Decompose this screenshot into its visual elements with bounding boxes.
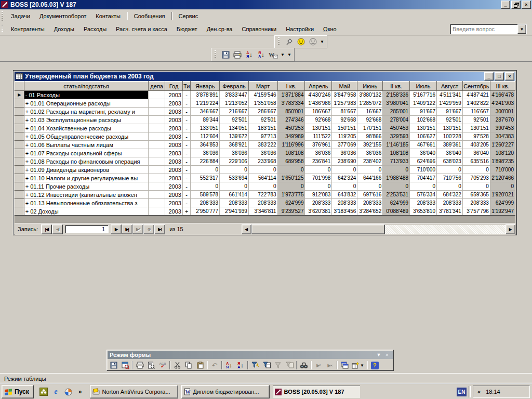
cell-article[interactable]: + 01.06 Выплаты частным лицам: [24, 141, 149, 149]
cell-value[interactable]: 236'841: [305, 157, 332, 166]
cell-type[interactable]: -: [182, 157, 190, 166]
cell-value[interactable]: 0: [220, 166, 249, 174]
cell-value[interactable]: 36'036: [305, 149, 332, 157]
cell-value[interactable]: 710'000: [410, 166, 437, 174]
cell-value[interactable]: 0: [277, 182, 305, 191]
sort-descending-button[interactable]: ЯА↓: [256, 49, 267, 60]
toolbar-grip[interactable]: [278, 37, 280, 46]
cell-dept[interactable]: [149, 157, 165, 166]
cell-article[interactable]: + 01.04 Хозяйственные расходы: [24, 124, 149, 132]
pin-button[interactable]: [283, 37, 295, 47]
cell-value[interactable]: 0: [436, 182, 462, 191]
cell-value[interactable]: 3'980'041: [383, 99, 410, 108]
cell-value[interactable]: 912'083: [305, 191, 332, 199]
cell-value[interactable]: 368'921: [220, 141, 249, 149]
cell-value[interactable]: 81'667: [332, 108, 357, 116]
cell-value[interactable]: 1'402'822: [462, 99, 490, 108]
cell-value[interactable]: 116'667: [462, 108, 490, 116]
column-header-3[interactable]: Ти: [182, 82, 190, 91]
cell-type[interactable]: -: [182, 191, 190, 199]
spelling-button[interactable]: АБВ✓: [157, 360, 168, 370]
toolbar-dropdown-button[interactable]: ▼: [319, 37, 325, 47]
row-selector[interactable]: [15, 108, 24, 116]
toolbar-dropdown-button[interactable]: ▼: [280, 49, 286, 60]
cell-type[interactable]: -: [182, 124, 190, 132]
column-header-15[interactable]: III кв.: [490, 82, 515, 91]
print-preview-button[interactable]: [145, 360, 157, 370]
cell-value[interactable]: 697'616: [357, 191, 383, 199]
cell-value[interactable]: 229'106: [220, 157, 249, 166]
cell-value[interactable]: 329'593: [383, 132, 410, 141]
cell-dept[interactable]: [149, 174, 165, 182]
cell-value[interactable]: 349'989: [277, 132, 305, 141]
language-indicator[interactable]: EN: [457, 388, 467, 396]
column-header-12[interactable]: Июль: [410, 82, 437, 91]
row-selector[interactable]: [15, 166, 24, 174]
cell-value[interactable]: 285'001: [383, 108, 410, 116]
cell-value[interactable]: 0: [332, 166, 357, 174]
print-button[interactable]: [134, 360, 145, 370]
filter-by-form-button[interactable]: [261, 360, 272, 370]
copy-button[interactable]: [183, 360, 194, 370]
cell-value[interactable]: 0: [248, 182, 277, 191]
cell-value[interactable]: 0: [277, 166, 305, 174]
print-button[interactable]: [232, 49, 243, 60]
cell-value[interactable]: 208'333: [248, 199, 277, 207]
cell-value[interactable]: 624'696: [410, 157, 437, 166]
find-button[interactable]: [298, 360, 310, 370]
cell-value[interactable]: 3'847'958: [332, 91, 357, 99]
cell-value[interactable]: 0: [357, 166, 383, 174]
cell-type[interactable]: -: [182, 99, 190, 108]
cell-value[interactable]: 4'166'478: [490, 91, 515, 99]
cell-value[interactable]: 701'998: [305, 174, 332, 182]
help-button[interactable]: ?: [369, 360, 380, 370]
toolbar-grip[interactable]: [2, 11, 3, 21]
column-header-7[interactable]: I кв.: [277, 82, 305, 91]
cell-value[interactable]: 850'001: [277, 108, 305, 116]
tray-collapse-button[interactable]: «: [477, 389, 481, 395]
cell-value[interactable]: 684'322: [436, 191, 462, 199]
cell-value[interactable]: 661'414: [220, 191, 249, 199]
cell-value[interactable]: 2'941'939: [220, 207, 249, 216]
cell-value[interactable]: 0: [462, 182, 490, 191]
cell-value[interactable]: 92'501: [220, 116, 249, 124]
cell-dept[interactable]: [149, 182, 165, 191]
cell-dept[interactable]: [149, 132, 165, 141]
cell-value[interactable]: 233'968: [248, 157, 277, 166]
cell-type[interactable]: -: [182, 182, 190, 191]
cell-value[interactable]: 274'346: [277, 116, 305, 124]
cell-value[interactable]: 1'213'052: [220, 99, 249, 108]
cell-value[interactable]: 383'222: [248, 141, 277, 149]
first-record-button[interactable]: |◀: [41, 224, 52, 234]
media-player-icon[interactable]: [64, 387, 73, 396]
cell-value[interactable]: 3'878'891: [191, 91, 220, 99]
cell-value[interactable]: 3'620'381: [305, 207, 332, 216]
minimize-button[interactable]: _: [501, 1, 510, 9]
cell-article[interactable]: + 01.07 Расходы социальной сферы: [24, 149, 149, 157]
select-all-corner[interactable]: [15, 82, 24, 91]
filter-button[interactable]: [272, 360, 284, 370]
cell-article[interactable]: + 01.09 Дивиденды акционеров: [24, 166, 149, 174]
row-selector[interactable]: [15, 132, 24, 141]
cut-button[interactable]: [171, 360, 183, 370]
form-toolbar-close[interactable]: ×: [383, 352, 391, 357]
menu-item2-8[interactable]: Окно: [318, 24, 341, 34]
task-button-boss[interactable]: BOSS [20.05.03] V 187: [273, 385, 360, 398]
cell-dept[interactable]: [149, 91, 165, 99]
cell-value[interactable]: 1'260'227: [490, 141, 515, 149]
cell-value[interactable]: 130'151: [436, 124, 462, 132]
start-button[interactable]: Пуск: [2, 385, 34, 398]
cell-value[interactable]: 3'833'447: [220, 91, 249, 99]
cell-year[interactable]: 2003: [165, 207, 183, 216]
row-selector[interactable]: [15, 141, 24, 149]
cell-value[interactable]: 1'219'224: [191, 99, 220, 108]
save-button[interactable]: [220, 49, 231, 60]
menu-item2-4[interactable]: Бюджет: [172, 24, 202, 34]
cell-value[interactable]: 1'192'947: [490, 207, 515, 216]
cell-year[interactable]: 2003: [165, 116, 183, 124]
cell-value[interactable]: 0'088'489: [383, 207, 410, 216]
cell-value[interactable]: 4'159'546: [248, 91, 277, 99]
row-selector[interactable]: [15, 99, 24, 108]
menu-item2-3[interactable]: Расч. счета и касса: [111, 24, 172, 34]
cell-year[interactable]: 2003: [165, 157, 183, 166]
